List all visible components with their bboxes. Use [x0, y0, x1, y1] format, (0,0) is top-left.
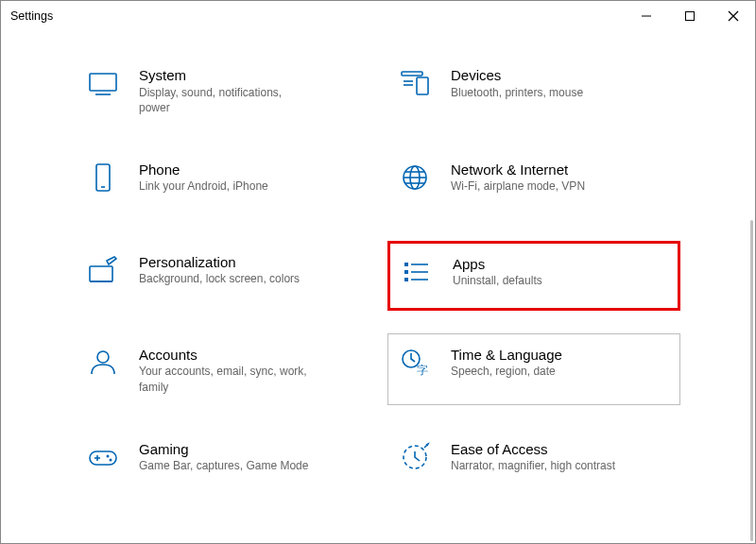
window-title: Settings [10, 9, 53, 23]
phone-icon [84, 159, 122, 196]
settings-grid: SystemDisplay, sound, notifications, pow… [76, 54, 680, 498]
tile-title: Devices [451, 66, 583, 85]
window-controls [625, 1, 755, 31]
titlebar: Settings [1, 1, 755, 31]
tile-text: PhoneLink your Android, iPhone [139, 159, 268, 195]
tile-accounts[interactable]: AccountsYour accounts, email, sync, work… [76, 333, 369, 405]
globe-icon [396, 159, 434, 196]
scrollbar[interactable] [750, 220, 753, 541]
tile-network[interactable]: Network & InternetWi-Fi, airplane mode, … [387, 148, 680, 218]
tile-personalization[interactable]: PersonalizationBackground, lock screen, … [76, 241, 369, 311]
tile-title: Phone [139, 161, 268, 179]
close-button[interactable] [712, 1, 755, 31]
devices-icon [396, 64, 434, 102]
timelang-icon [396, 344, 434, 382]
paint-icon [84, 251, 122, 289]
tile-subtitle: Bluetooth, printers, mouse [451, 85, 583, 100]
person-icon [84, 344, 122, 382]
tile-text: Network & InternetWi-Fi, airplane mode, … [451, 159, 585, 195]
tile-devices[interactable]: DevicesBluetooth, printers, mouse [387, 54, 680, 126]
tile-text: Ease of AccessNarrator, magnifier, high … [451, 438, 615, 474]
tile-text: AppsUninstall, defaults [453, 253, 542, 289]
tile-title: Gaming [139, 440, 308, 459]
tile-text: Time & LanguageSpeech, region, date [451, 344, 562, 380]
tile-subtitle: Link your Android, iPhone [139, 178, 268, 194]
settings-window: Settings SystemDisplay, sound, notificat… [0, 0, 756, 544]
tile-text: SystemDisplay, sound, notifications, pow… [139, 64, 309, 115]
content-area: SystemDisplay, sound, notifications, pow… [1, 31, 755, 543]
tile-system[interactable]: SystemDisplay, sound, notifications, pow… [76, 54, 369, 126]
apps-icon [398, 253, 436, 291]
tile-subtitle: Uninstall, defaults [453, 273, 542, 288]
tile-gaming[interactable]: GamingGame Bar, captures, Game Mode [76, 428, 369, 498]
tile-text: AccountsYour accounts, email, sync, work… [139, 344, 309, 395]
tile-title: Network & Internet [451, 161, 585, 179]
monitor-icon [84, 64, 122, 102]
tile-time-language[interactable]: Time & LanguageSpeech, region, date [387, 333, 680, 405]
svg-rect-31 [686, 11, 695, 20]
tile-title: Apps [453, 255, 542, 274]
tile-text: GamingGame Bar, captures, Game Mode [139, 438, 308, 474]
tile-title: Time & Language [451, 346, 562, 365]
tile-text: PersonalizationBackground, lock screen, … [139, 251, 300, 287]
tile-subtitle: Your accounts, email, sync, work, family [139, 364, 309, 394]
tile-subtitle: Narrator, magnifier, high contrast [451, 458, 615, 473]
tile-title: Accounts [139, 346, 309, 365]
tile-title: System [139, 66, 309, 85]
tile-text: DevicesBluetooth, printers, mouse [451, 64, 583, 100]
tile-subtitle: Display, sound, notifications, power [139, 85, 309, 115]
tile-title: Personalization [139, 253, 300, 272]
tile-subtitle: Speech, region, date [451, 364, 562, 379]
ease-icon [396, 438, 434, 476]
tile-subtitle: Wi-Fi, airplane mode, VPN [451, 178, 585, 194]
tile-phone[interactable]: PhoneLink your Android, iPhone [76, 148, 369, 218]
minimize-button[interactable] [625, 1, 668, 31]
tile-ease-of-access[interactable]: Ease of AccessNarrator, magnifier, high … [387, 428, 680, 498]
tile-title: Ease of Access [451, 440, 615, 459]
tile-apps[interactable]: AppsUninstall, defaults [387, 241, 680, 311]
tile-subtitle: Background, lock screen, colors [139, 271, 300, 286]
maximize-button[interactable] [668, 1, 712, 31]
gamepad-icon [84, 438, 122, 476]
tile-subtitle: Game Bar, captures, Game Mode [139, 458, 308, 473]
